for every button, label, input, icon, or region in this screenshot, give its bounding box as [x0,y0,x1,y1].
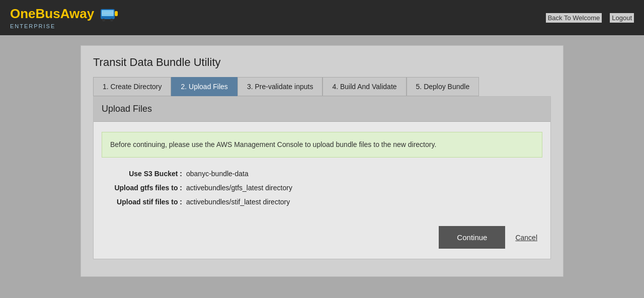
cancel-button[interactable]: Cancel [515,234,537,242]
content-box: Transit Data Bundle Utility 1. Create Di… [80,45,564,277]
back-to-welcome-link[interactable]: Back To Welcome [546,13,602,23]
info-message: Before continuing, please use the AWS Ma… [110,140,436,148]
field-gtfs-label: Upload gtfs files to : [102,184,182,192]
page-title: Transit Data Bundle Utility [93,56,551,69]
tab-pre-validate[interactable]: 3. Pre-validate inputs [237,77,323,96]
panel-body: Before continuing, please use the AWS Ma… [94,122,550,259]
page-wrapper: Transit Data Bundle Utility 1. Create Di… [0,35,644,298]
field-stif-upload: Upload stif files to : activebundles/sti… [102,198,542,206]
field-gtfs-value: activebundles/gtfs_latest directory [186,184,292,192]
field-s3-bucket: Use S3 Bucket : obanyc-bundle-data [102,170,542,178]
logout-link[interactable]: Logout [610,13,634,23]
panel: Upload Files Before continuing, please u… [93,96,551,259]
field-stif-label: Upload stif files to : [102,198,182,206]
logo-wrapper: OneBusAway Enterprise [10,6,119,29]
logo-bus-icon [100,7,119,22]
tab-upload-files[interactable]: 2. Upload Files [171,77,237,96]
logo-enterprise: Enterprise [10,23,55,29]
logo-away: Away [60,6,94,21]
field-gtfs-upload: Upload gtfs files to : activebundles/gtf… [102,184,542,192]
logo-text: OneBusAway [10,6,119,22]
tabs: 1. Create Directory 2. Upload Files 3. P… [93,77,551,96]
info-box: Before continuing, please use the AWS Ma… [102,132,542,158]
field-s3-bucket-label: Use S3 Bucket : [102,170,182,178]
logo-area: OneBusAway Enterprise [10,6,119,29]
field-s3-bucket-value: obanyc-bundle-data [186,170,249,178]
tab-build-validate[interactable]: 4. Build And Validate [323,77,406,96]
svg-point-3 [110,19,113,22]
header: OneBusAway Enterprise Back To Welcome Lo… [0,0,644,35]
svg-rect-4 [115,11,118,16]
field-stif-value: activebundles/stif_latest directory [186,198,290,206]
tab-deploy-bundle[interactable]: 5. Deploy Bundle [407,77,479,96]
tab-create-directory[interactable]: 1. Create Directory [93,77,171,96]
header-nav: Back To Welcome Logout [546,13,634,23]
button-row: Continue Cancel [102,226,542,249]
continue-button[interactable]: Continue [439,226,505,249]
panel-header: Upload Files [94,97,550,122]
logo-one: OneBus [10,6,60,21]
svg-point-2 [102,19,105,22]
